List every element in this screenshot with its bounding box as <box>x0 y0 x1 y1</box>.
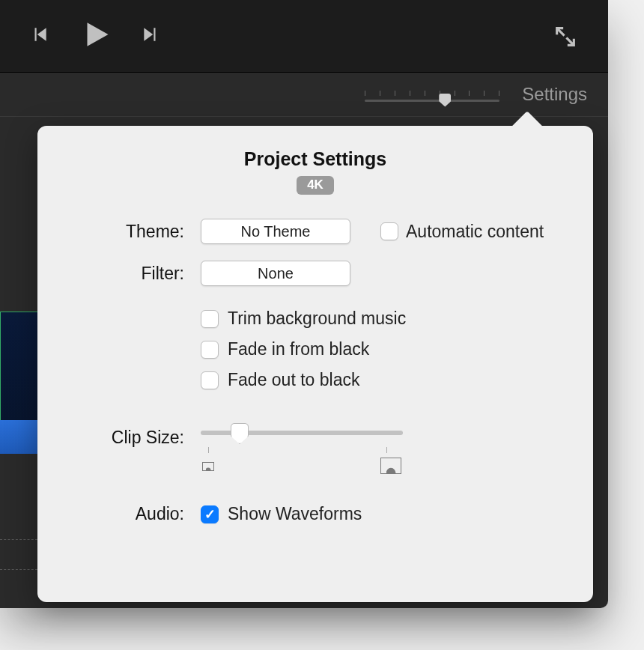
timeline-subbar: Settings <box>0 72 608 117</box>
zoom-thumb-icon[interactable] <box>439 94 451 107</box>
large-thumbnail-icon <box>380 458 401 474</box>
timeline-guide <box>0 539 37 540</box>
popover-title: Project Settings <box>67 148 563 170</box>
playback-toolbar <box>0 0 608 72</box>
timeline-zoom-slider[interactable] <box>365 94 499 96</box>
fade-out-label: Fade out to black <box>228 370 359 390</box>
video-clip-thumbnail[interactable] <box>0 312 39 420</box>
next-icon[interactable] <box>141 25 160 47</box>
clip-size-thumb-icon[interactable] <box>231 423 249 444</box>
play-icon[interactable] <box>79 19 111 53</box>
clip-size-label: Clip Size: <box>67 426 201 448</box>
trim-bg-checkbox[interactable] <box>201 310 219 328</box>
fullscreen-icon[interactable] <box>553 24 578 52</box>
theme-dropdown[interactable]: No Theme <box>201 219 350 244</box>
filter-label: Filter: <box>67 264 201 284</box>
project-settings-popover: Project Settings 4K Theme: No Theme Auto… <box>37 126 593 602</box>
trim-bg-label: Trim background music <box>228 309 406 329</box>
settings-button[interactable]: Settings <box>522 84 587 105</box>
timeline-guide <box>0 569 37 570</box>
fade-out-checkbox[interactable] <box>201 371 219 389</box>
fade-in-checkbox[interactable] <box>201 341 219 359</box>
video-clip-audio[interactable] <box>0 420 39 454</box>
resolution-badge: 4K <box>297 176 334 195</box>
audio-label: Audio: <box>67 504 201 524</box>
theme-label: Theme: <box>67 222 201 242</box>
show-waveforms-label: Show Waveforms <box>228 504 362 524</box>
app-window: Settings Project Settings 4K Theme: No T… <box>0 0 608 608</box>
clip-size-slider[interactable] <box>201 426 403 482</box>
fade-in-label: Fade in from black <box>228 339 369 359</box>
show-waveforms-checkbox[interactable] <box>201 505 219 523</box>
small-thumbnail-icon <box>202 462 214 471</box>
automatic-content-label: Automatic content <box>406 222 544 242</box>
automatic-content-checkbox[interactable] <box>380 222 398 240</box>
filter-dropdown[interactable]: None <box>201 261 350 286</box>
prev-icon[interactable] <box>30 25 49 47</box>
